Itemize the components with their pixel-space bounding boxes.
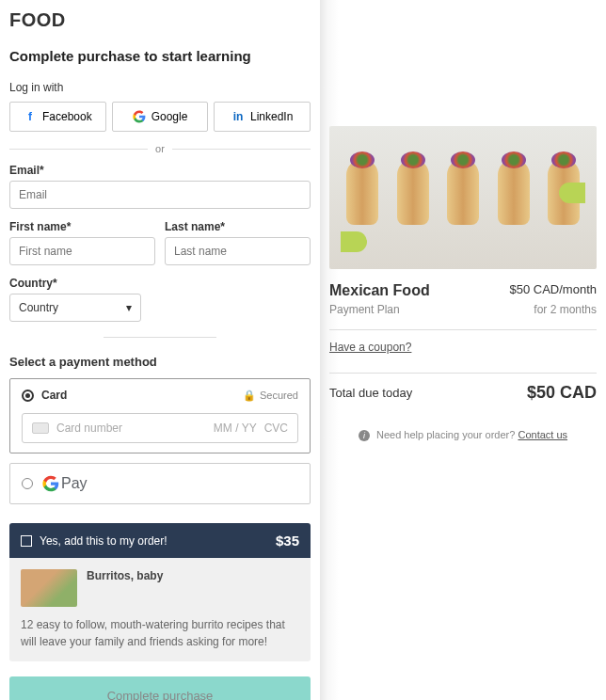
credit-card-icon	[32, 422, 49, 434]
linkedin-icon: in	[231, 110, 245, 123]
payment-method-title: Select a payment method	[9, 355, 311, 369]
secured-label: Secured	[260, 390, 298, 401]
secured-badge: 🔒 Secured	[243, 390, 298, 402]
info-icon: i	[359, 430, 370, 441]
page-title: Complete purchase to start learning	[9, 48, 311, 64]
linkedin-label: LinkedIn	[250, 110, 293, 123]
product-price: $50 CAD/month	[510, 282, 598, 296]
expiry-placeholder: MM / YY	[214, 422, 257, 435]
divider	[104, 337, 216, 338]
login-with-label: Log in with	[9, 81, 311, 94]
upsell-price: $35	[276, 533, 299, 549]
google-g-icon	[42, 475, 59, 492]
product-name: Mexican Food	[329, 282, 430, 299]
upsell-checkbox[interactable]	[21, 535, 32, 547]
country-select[interactable]: Country ▾	[9, 294, 141, 322]
upsell-header[interactable]: Yes, add this to my order! $35	[9, 523, 311, 558]
divider	[329, 329, 597, 330]
card-number-input[interactable]: Card number MM / YY CVC	[22, 413, 298, 443]
upsell-thumbnail	[21, 569, 77, 607]
contact-us-link[interactable]: Contact us	[518, 429, 567, 440]
upsell-offer: Yes, add this to my order! $35 Burritos,…	[9, 523, 311, 661]
last-name-field[interactable]	[165, 237, 311, 265]
linkedin-login-button[interactable]: in LinkedIn	[214, 102, 311, 132]
google-login-button[interactable]: Google	[112, 102, 209, 132]
divider	[329, 373, 597, 374]
email-label: Email*	[9, 164, 311, 177]
card-payment-option[interactable]: Card 🔒 Secured Card number MM / YY CVC	[9, 378, 311, 453]
gpay-payment-option[interactable]: Pay	[9, 463, 311, 504]
total-due-label: Total due today	[329, 386, 412, 400]
card-radio-icon	[22, 390, 34, 402]
help-row: i Need help placing your order? Contact …	[329, 429, 597, 441]
card-option-label: Card	[41, 389, 67, 402]
chevron-down-icon: ▾	[126, 301, 132, 314]
product-image	[329, 126, 597, 269]
lock-icon: 🔒	[243, 390, 256, 402]
gpay-text: Pay	[61, 475, 88, 492]
country-placeholder: Country	[19, 301, 58, 314]
upsell-title: Burritos, baby	[87, 569, 163, 607]
checkout-form-column: FOOD Complete purchase to start learning…	[0, 0, 320, 700]
facebook-icon: f	[24, 110, 37, 123]
order-summary-column: Mexican Food $50 CAD/month Payment Plan …	[320, 0, 606, 700]
help-text: Need help placing your order?	[376, 429, 515, 440]
complete-purchase-button[interactable]: Complete purchase	[9, 676, 311, 700]
email-field[interactable]	[9, 181, 311, 209]
card-number-placeholder: Card number	[56, 422, 122, 435]
total-amount: $50 CAD	[527, 383, 597, 403]
first-name-field[interactable]	[9, 237, 155, 265]
duration-label: for 2 months	[534, 303, 597, 316]
country-label: Country*	[9, 277, 311, 290]
coupon-link[interactable]: Have a coupon?	[329, 341, 411, 354]
social-login-row: f Facebook Google in LinkedIn	[9, 102, 311, 132]
upsell-add-label: Yes, add this to my order!	[40, 534, 167, 548]
upsell-description: 12 easy to follow, mouth-watering burrit…	[21, 616, 299, 650]
facebook-label: Facebook	[42, 110, 92, 123]
first-name-label: First name*	[9, 220, 155, 233]
gpay-label: Pay	[42, 475, 88, 492]
google-label: Google	[152, 110, 188, 123]
google-icon	[133, 110, 146, 123]
last-name-label: Last name*	[165, 220, 311, 233]
logo: FOOD	[9, 9, 311, 31]
payment-plan-label: Payment Plan	[329, 303, 400, 316]
cvc-placeholder: CVC	[264, 422, 288, 435]
facebook-login-button[interactable]: f Facebook	[9, 102, 106, 132]
or-divider: or	[9, 143, 311, 154]
or-text: or	[148, 143, 172, 154]
gpay-radio-icon	[22, 478, 33, 489]
